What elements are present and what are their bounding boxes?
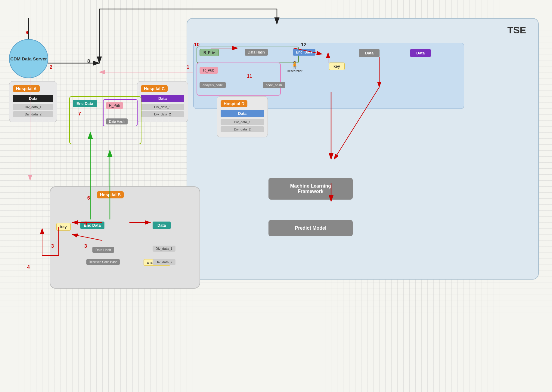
hospital-b-div1: Div_data_1 (153, 246, 175, 252)
step-5: 5 (84, 221, 87, 226)
hospital-c-data: Data (141, 95, 184, 102)
hospital-b-label: Hospital B (97, 191, 124, 198)
tse-key-box: key (329, 63, 345, 70)
tse-data-final-box: Data (410, 49, 431, 57)
hospital-c-div1: Div_data_1 (141, 104, 184, 110)
hospital-b-container: Hospital B key Enc Data Data Data Hash R… (50, 186, 200, 289)
hospital-b-data-hash: Data Hash (92, 247, 114, 253)
hospital-d-container: Hospital D Data Div_data_1 Div_data_2 (217, 96, 268, 137)
cdm-server-label: CDM Data Server (10, 56, 47, 61)
step-2: 2 (50, 65, 52, 70)
step-1: 1 (187, 65, 189, 70)
predict-model-box: Predict Model (268, 220, 353, 236)
step-10: 10 (194, 42, 200, 47)
tse-code-hash-box: code_hash (263, 82, 285, 88)
hospital-b-key-box: key (56, 223, 71, 231)
hospital-b-received-code-hash: Received Code Hash (86, 259, 120, 265)
hospital-a-data: Data (13, 95, 53, 102)
tse-label: TSE (507, 25, 526, 36)
hospital-d-data: Data (221, 110, 264, 117)
hospital-d-div1: Div_data_1 (221, 119, 264, 125)
tse-enc-data-box: Enc_Data (293, 49, 315, 56)
hospital-a-div2: Div_data_2 (13, 111, 53, 117)
hospital-b-enc-data: Enc Data (80, 222, 104, 229)
ml-framework-box: Machine Learning Framework (268, 178, 353, 200)
hospital-b-div2: Div_data_2 (153, 259, 175, 265)
data-hash-mid-box: Data Hash (106, 118, 128, 124)
tse-r-pub-box: R_Pub (200, 67, 218, 74)
researcher-figure: 🧍 Researcher (287, 61, 302, 73)
hospital-a-label: Hospital A (13, 85, 40, 92)
r-priv-box: R_Priv (200, 49, 219, 56)
tse-data-hash-box: Data Hash (245, 49, 268, 56)
researcher-label: Researcher (287, 69, 302, 73)
tse-analysis-code-box: anaysis_code (200, 82, 226, 88)
hospital-c-label: Hospital C (141, 85, 168, 92)
hospital-c-div2: Div_data_2 (141, 111, 184, 117)
hospital-b-data: Data (153, 222, 171, 229)
hospital-d-div2: Div_data_2 (221, 126, 264, 132)
step-4: 4 (27, 265, 30, 270)
olive-border-box: Enc Data R_Pub Data Hash (69, 96, 141, 144)
step-12: 12 (301, 42, 306, 47)
hospital-d-label: Hospital D (221, 100, 247, 107)
hospital-a-div1: Div_data_1 (13, 104, 53, 110)
hospital-a-container: Hospital A Data Div_data_1 Div_data_2 (9, 81, 57, 122)
step-11: 11 (247, 74, 252, 79)
tse-data-out-box: Data (359, 49, 380, 57)
step-7: 7 (78, 111, 81, 117)
step-6: 6 (87, 195, 90, 201)
tse-container: TSE R_Priv Data Hash Enc_Data R_Pub anay… (187, 18, 539, 280)
ml-framework-label: Machine Learning Framework (290, 183, 331, 194)
cdm-server: CDM Data Server (9, 39, 48, 78)
enc-data-mid-box: Enc Data (73, 100, 97, 107)
step-3: 3 (51, 243, 54, 249)
hospital-c-container: Hospital C Data Div_data_1 Div_data_2 (137, 81, 188, 122)
step-9: 9 (26, 30, 28, 35)
step-3b: 3 (84, 243, 87, 249)
r-pub-mid-box: R_Pub (106, 102, 123, 109)
predict-model-label: Predict Model (295, 225, 327, 231)
step-8: 8 (87, 59, 90, 64)
